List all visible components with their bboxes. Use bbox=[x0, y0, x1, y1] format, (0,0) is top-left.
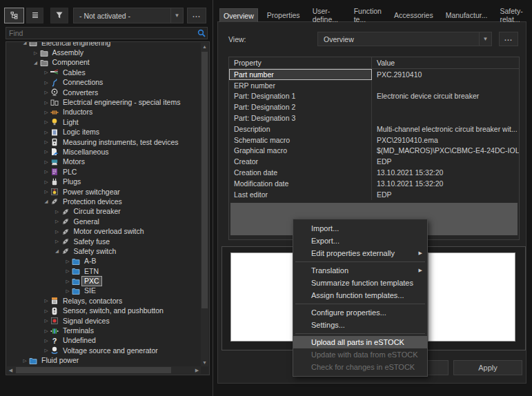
tree-item-plc[interactable]: ▷PLC bbox=[7, 167, 201, 177]
expander-collapsed-icon[interactable]: ▷ bbox=[42, 119, 50, 125]
tree-item-protection-devices[interactable]: ◢Protection devices bbox=[7, 197, 201, 206]
tab-overview[interactable]: Overview bbox=[219, 8, 258, 22]
property-cell[interactable]: Last editor bbox=[229, 189, 372, 200]
tree-item-fluid-power[interactable]: ▷Fluid power bbox=[7, 356, 201, 366]
tree-item-light[interactable]: ▷Light bbox=[7, 117, 201, 127]
menu-item-translation[interactable]: Translation▶ bbox=[293, 264, 427, 277]
scroll-down-icon[interactable]: ▼ bbox=[201, 359, 208, 366]
scroll-up-icon[interactable]: ▲ bbox=[201, 43, 208, 50]
column-header-property[interactable]: Property bbox=[229, 57, 372, 68]
tree-item-connections[interactable]: ▷Connections bbox=[7, 78, 201, 88]
table-row[interactable]: Modification date13.10.2021 15:32:20 bbox=[229, 178, 519, 189]
property-cell[interactable]: Schematic macro bbox=[229, 135, 372, 146]
value-cell[interactable] bbox=[372, 80, 519, 91]
apply-button[interactable]: Apply bbox=[453, 360, 522, 375]
expander-collapsed-icon[interactable]: ▷ bbox=[53, 209, 61, 215]
horizontal-scrollbar[interactable]: ◀ ▶ bbox=[7, 366, 201, 374]
expander-collapsed-icon[interactable]: ▷ bbox=[42, 70, 50, 75]
tree-item-signal-devices[interactable]: ▷Signal devices bbox=[7, 316, 201, 326]
value-cell[interactable]: EDP bbox=[372, 156, 519, 167]
tree-item-voltage-source-and-generator[interactable]: ▷Voltage source and generator bbox=[7, 346, 201, 355]
tree-item-safety-fuse[interactable]: ▷Safety fuse bbox=[7, 237, 201, 246]
menu-item-export[interactable]: Export... bbox=[293, 235, 427, 247]
tree-item-motor-overload-switch[interactable]: ▷Motor overload switch bbox=[7, 226, 201, 236]
expander-expanded-icon[interactable]: ◢ bbox=[42, 199, 50, 204]
expander-collapsed-icon[interactable]: ▷ bbox=[63, 268, 72, 274]
expander-collapsed-icon[interactable]: ▷ bbox=[63, 288, 72, 294]
table-row[interactable]: DescriptionMulti-channel electronic circ… bbox=[229, 123, 519, 135]
tree-item-relays-contactors[interactable]: ▷Relays, contactors bbox=[7, 296, 201, 306]
chevron-down-icon[interactable]: ▼ bbox=[170, 8, 183, 23]
value-cell[interactable] bbox=[372, 101, 519, 112]
expander-collapsed-icon[interactable]: ▷ bbox=[53, 229, 61, 235]
tree-item-pxc[interactable]: ▷PXC bbox=[7, 276, 201, 286]
expander-collapsed-icon[interactable]: ▷ bbox=[42, 169, 50, 175]
filter-scheme-more-button[interactable]: ... bbox=[187, 8, 206, 23]
tab-manufactur[interactable]: Manufactur... bbox=[442, 8, 491, 22]
menu-item-configure-properties[interactable]: Configure properties... bbox=[293, 306, 427, 319]
tree-item-general[interactable]: ▷General bbox=[7, 217, 201, 226]
property-cell[interactable]: Modification date bbox=[229, 178, 372, 189]
menu-item-edit-properties-externally[interactable]: Edit properties externally▶ bbox=[293, 247, 427, 259]
expander-collapsed-icon[interactable]: ▷ bbox=[42, 159, 50, 165]
list-view-button[interactable] bbox=[26, 8, 43, 23]
tree-item-cables[interactable]: ▷Cables bbox=[7, 68, 201, 77]
menu-item-assign-function-templates[interactable]: Assign function templates... bbox=[293, 289, 427, 301]
value-cell[interactable]: PXC\2910410.ema bbox=[372, 135, 519, 146]
value-cell[interactable] bbox=[372, 112, 519, 123]
expander-collapsed-icon[interactable]: ▷ bbox=[63, 259, 72, 264]
expander-collapsed-icon[interactable]: ▷ bbox=[53, 219, 61, 224]
tree-item-undefined[interactable]: ▷?Undefined bbox=[7, 336, 201, 346]
panel-splitter[interactable] bbox=[213, 0, 213, 396]
filter-scheme-dropdown[interactable]: - Not activated - ▼ bbox=[73, 8, 184, 23]
tree-item-etn[interactable]: ▷ETN bbox=[7, 266, 201, 276]
menu-item-import[interactable]: Import... bbox=[293, 222, 427, 235]
tree-item-terminals[interactable]: ▷Terminals bbox=[7, 326, 201, 335]
value-cell[interactable]: EDP bbox=[372, 189, 519, 200]
tab-function-te[interactable]: Function te... bbox=[351, 8, 385, 22]
expander-expanded-icon[interactable]: ◢ bbox=[32, 60, 40, 66]
expander-collapsed-icon[interactable]: ▷ bbox=[42, 179, 50, 185]
tree-item-motors[interactable]: ▷Motors bbox=[7, 157, 201, 167]
table-row[interactable]: Part: Designation 2 bbox=[229, 101, 519, 112]
property-cell[interactable]: Graphical macro bbox=[229, 146, 372, 157]
expander-collapsed-icon[interactable]: ▷ bbox=[32, 50, 40, 56]
expander-collapsed-icon[interactable]: ▷ bbox=[42, 130, 50, 135]
property-cell[interactable]: ERP number bbox=[229, 80, 372, 91]
tab-accessories[interactable]: Accessories bbox=[391, 8, 437, 22]
tree-item-safety-switch[interactable]: ◢Safety switch bbox=[7, 246, 201, 256]
table-row[interactable]: ERP number bbox=[229, 80, 519, 91]
property-cell[interactable]: Creator bbox=[229, 156, 372, 167]
expander-collapsed-icon[interactable]: ▷ bbox=[42, 110, 50, 115]
table-row[interactable]: CreatorEDP bbox=[229, 156, 519, 167]
tree-item-component[interactable]: ◢Component bbox=[7, 58, 201, 68]
expander-collapsed-icon[interactable]: ▷ bbox=[53, 239, 61, 244]
expander-collapsed-icon[interactable]: ▷ bbox=[42, 149, 50, 155]
expander-collapsed-icon[interactable]: ▷ bbox=[42, 308, 50, 314]
tree-item-plugs[interactable]: ▷Plugs bbox=[7, 177, 201, 186]
property-cell[interactable]: Creation date bbox=[229, 167, 372, 178]
value-cell[interactable]: 13.10.2021 15:32:20 bbox=[372, 167, 519, 178]
scroll-right-icon[interactable]: ▶ bbox=[193, 366, 201, 374]
table-row[interactable]: Last editorEDP bbox=[229, 189, 519, 200]
expander-collapsed-icon[interactable]: ▷ bbox=[21, 358, 29, 364]
find-input[interactable] bbox=[6, 29, 196, 37]
value-cell[interactable]: Multi-channel electronic circuit breaker… bbox=[372, 123, 519, 135]
tab-properties[interactable]: Properties bbox=[264, 8, 304, 22]
expander-collapsed-icon[interactable]: ▷ bbox=[42, 90, 50, 95]
table-row[interactable]: Part numberPXC.2910410 bbox=[229, 69, 519, 80]
property-cell[interactable]: Description bbox=[229, 123, 372, 135]
expander-expanded-icon[interactable]: ◢ bbox=[21, 42, 29, 46]
find-bar[interactable] bbox=[6, 27, 208, 39]
expander-expanded-icon[interactable]: ◢ bbox=[53, 248, 61, 254]
view-more-button[interactable]: ... bbox=[499, 32, 518, 46]
tree-view-button[interactable] bbox=[4, 8, 24, 23]
expander-collapsed-icon[interactable]: ▷ bbox=[42, 100, 50, 106]
table-row[interactable]: Creation date13.10.2021 15:32:20 bbox=[229, 167, 519, 178]
tree-item-assembly[interactable]: ▷Assembly bbox=[7, 48, 201, 57]
tree-item-sensor-switch-and-pushbutton[interactable]: ▷Sensor, switch, and pushbutton bbox=[7, 306, 201, 316]
scroll-left-icon[interactable]: ◀ bbox=[7, 366, 14, 374]
property-cell[interactable]: Part: Designation 1 bbox=[229, 91, 372, 102]
tree-item-converters[interactable]: ▷Converters bbox=[7, 88, 201, 97]
vertical-scroll-thumb[interactable] bbox=[201, 52, 208, 308]
